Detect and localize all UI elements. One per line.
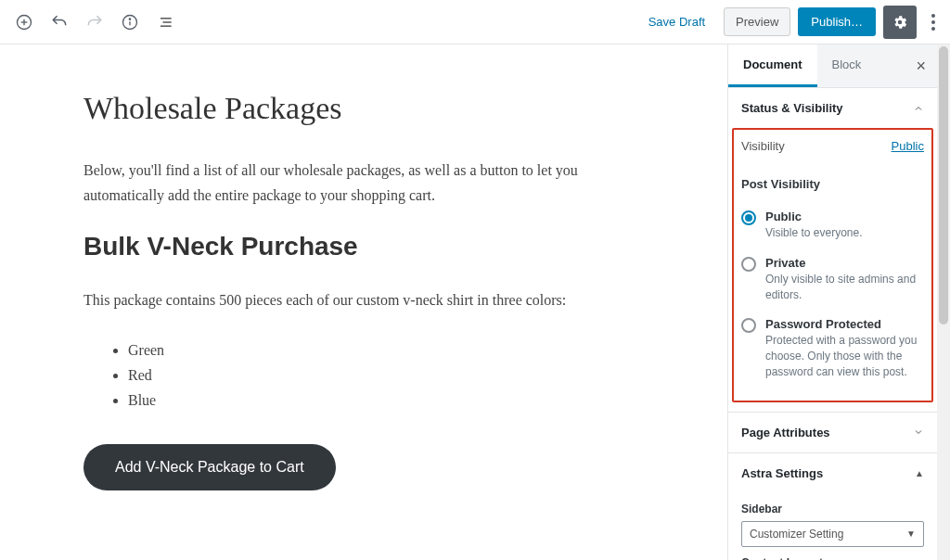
option-desc: Protected with a password you choose. On…: [765, 333, 924, 379]
panel-status-visibility: Status & Visibility Visibility Public Po…: [728, 88, 937, 413]
add-to-cart-button[interactable]: Add V-Neck Package to Cart: [83, 444, 336, 490]
option-desc: Visible to everyone.: [765, 225, 924, 241]
list-item[interactable]: Blue: [128, 388, 644, 413]
section-paragraph[interactable]: This package contains 500 pieces each of…: [83, 287, 644, 312]
list-item[interactable]: Green: [128, 337, 644, 363]
panel-astra-settings: Astra Settings Sidebar Customizer Settin…: [728, 453, 937, 560]
panel-toggle-astra[interactable]: Astra Settings: [728, 453, 937, 493]
panel-toggle-status[interactable]: Status & Visibility: [728, 88, 937, 128]
intro-paragraph[interactable]: Below, you'll find a list of all our who…: [83, 158, 644, 208]
post-visibility-title: Post Visibility: [741, 177, 924, 191]
select-value: Customizer Setting: [750, 528, 843, 541]
caret-up-icon: [915, 468, 924, 478]
visibility-label: Visibility: [741, 139, 785, 153]
sidebar-field-label: Sidebar: [741, 503, 924, 515]
panel-page-attributes: Page Attributes: [728, 413, 937, 453]
radio-icon: [741, 257, 756, 272]
editor-topbar: Save Draft Preview Publish…: [0, 0, 950, 45]
option-desc: Only visible to site admins and editors.: [765, 272, 924, 303]
sidebar-scrollbar[interactable]: [937, 45, 950, 560]
option-label: Private: [765, 256, 924, 270]
sidebar-select[interactable]: Customizer Setting: [741, 521, 924, 547]
visibility-option-password[interactable]: Password Protected Protected with a pass…: [741, 310, 924, 387]
chevron-up-icon: [913, 103, 924, 114]
visibility-option-private[interactable]: Private Only visible to site admins and …: [741, 248, 924, 311]
close-sidebar-button[interactable]: ×: [905, 57, 937, 76]
color-list[interactable]: Green Red Blue: [128, 337, 644, 414]
list-item[interactable]: Red: [128, 363, 644, 388]
content-layout-label: Content Layout: [741, 556, 924, 560]
topbar-left: [7, 6, 182, 39]
panel-title: Page Attributes: [741, 426, 830, 439]
panel-title: Astra Settings: [741, 466, 823, 480]
redo-button[interactable]: [78, 6, 111, 39]
block-navigation-button[interactable]: [148, 6, 182, 39]
radio-icon: [741, 318, 756, 333]
radio-icon: [741, 210, 756, 225]
sidebar-tabs: Document Block ×: [728, 45, 937, 88]
option-label: Password Protected: [765, 317, 924, 331]
save-draft-button[interactable]: Save Draft: [637, 7, 716, 36]
add-block-button[interactable]: [7, 6, 41, 39]
content-info-button[interactable]: [113, 6, 147, 39]
panel-toggle-page-attributes[interactable]: Page Attributes: [728, 413, 937, 452]
visibility-value-link[interactable]: Public: [892, 139, 924, 153]
section-heading[interactable]: Bulk V-Neck Purchase: [83, 232, 644, 261]
more-menu-button[interactable]: [924, 6, 943, 38]
panel-title: Status & Visibility: [741, 101, 843, 115]
undo-button[interactable]: [43, 6, 76, 39]
chevron-down-icon: [913, 426, 924, 438]
option-label: Public: [765, 210, 924, 223]
topbar-right: Save Draft Preview Publish…: [637, 6, 943, 39]
page-title[interactable]: Wholesale Packages: [83, 91, 644, 126]
editor-canvas[interactable]: Wholesale Packages Below, you'll find a …: [0, 45, 727, 560]
visibility-row: Visibility Public: [741, 135, 924, 166]
settings-sidebar: Document Block × Status & Visibility Vis…: [727, 45, 950, 560]
scrollbar-thumb[interactable]: [939, 46, 948, 325]
publish-button[interactable]: Publish…: [798, 7, 876, 36]
caret-down-icon: [906, 528, 916, 539]
svg-point-5: [129, 19, 130, 19]
tab-block[interactable]: Block: [817, 45, 877, 87]
preview-button[interactable]: Preview: [724, 7, 790, 36]
visibility-highlight: Visibility Public Post Visibility Public…: [732, 128, 933, 402]
settings-toggle-button[interactable]: [883, 6, 917, 39]
visibility-option-public[interactable]: Public Visible to everyone.: [741, 202, 924, 248]
tab-document[interactable]: Document: [728, 45, 817, 87]
